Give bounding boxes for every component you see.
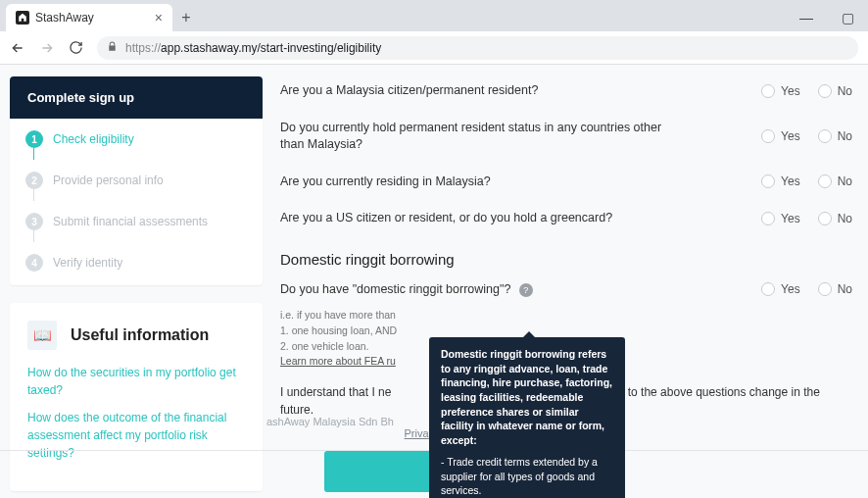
radio-yes[interactable]: Yes (761, 282, 800, 296)
progress-card: Complete sign up 1 Check eligibility 2 P… (10, 76, 263, 285)
reload-button[interactable] (69, 40, 83, 55)
question-text: Are you a US citizen or resident, or do … (280, 210, 612, 227)
url-text: https://app.stashaway.my/start-investing… (125, 41, 381, 55)
step-number: 4 (25, 254, 43, 272)
question-pr-other: Do you currently hold permanent resident… (280, 110, 852, 164)
question-residing: Are you currently residing in Malaysia? … (280, 164, 852, 201)
step-verify-identity[interactable]: 4 Verify identity (10, 242, 263, 272)
step-financial-assessments[interactable]: 3 Submit financial assessments (10, 201, 263, 230)
help-icon[interactable]: ? (519, 283, 533, 297)
back-button[interactable] (10, 40, 25, 56)
radio-no[interactable]: No (818, 174, 852, 188)
book-icon: 📖 (27, 321, 57, 350)
useful-info-card: 📖 Useful information How do the securiti… (10, 303, 263, 491)
radio-yes[interactable]: Yes (761, 129, 800, 143)
radio-no[interactable]: No (818, 282, 852, 296)
step-connector (33, 148, 34, 160)
step-label: Provide personal info (53, 174, 164, 187)
window-controls: — ▢ (786, 4, 868, 31)
forward-button[interactable] (39, 40, 55, 56)
radio-yes[interactable]: Yes (761, 84, 800, 98)
favicon-icon (16, 11, 29, 25)
step-check-eligibility[interactable]: 1 Check eligibility (10, 119, 263, 148)
step-connector (33, 230, 34, 242)
maximize-button[interactable]: ▢ (827, 4, 868, 31)
question-text: Are you currently residing in Malaysia? (280, 174, 491, 191)
step-number: 1 (25, 130, 43, 148)
tab-title: StashAway (35, 11, 94, 25)
radio-yes[interactable]: Yes (761, 174, 800, 188)
progress-header: Complete sign up (10, 76, 263, 119)
new-tab-button[interactable]: + (172, 4, 200, 31)
radio-no[interactable]: No (818, 129, 852, 143)
tab-bar: StashAway × + — ▢ (0, 0, 868, 31)
question-us-citizen: Are you a US citizen or resident, or do … (280, 200, 852, 237)
step-connector (33, 189, 34, 201)
learn-more-link[interactable]: Learn more about FEA ru (280, 355, 396, 367)
lock-icon (107, 41, 118, 55)
step-label: Submit financial assessments (53, 215, 208, 228)
browser-toolbar: https://app.stashaway.my/start-investing… (0, 31, 868, 65)
radio-no[interactable]: No (818, 84, 852, 98)
question-text: Are you a Malaysia citizen/permanent res… (280, 82, 538, 100)
page-content: Complete sign up 1 Check eligibility 2 P… (0, 65, 868, 498)
step-label: Check eligibility (53, 132, 134, 146)
question-text: Do you have "domestic ringgit borrowing"… (280, 281, 533, 299)
info-link-taxes[interactable]: How do the securities in my portfolio ge… (27, 364, 245, 399)
address-bar[interactable]: https://app.stashaway.my/start-investing… (97, 36, 858, 60)
tooltip-heading: Domestic ringgit borrowing refers to any… (441, 347, 613, 448)
help-tooltip: Domestic ringgit borrowing refers to any… (429, 337, 625, 498)
step-number: 3 (25, 213, 43, 230)
radio-yes[interactable]: Yes (761, 212, 800, 225)
close-tab-icon[interactable]: × (155, 10, 163, 25)
info-title: Useful information (71, 326, 209, 344)
tooltip-item: - Trade credit terms extended by a suppl… (441, 455, 613, 498)
step-label: Verify identity (53, 256, 122, 270)
minimize-button[interactable]: — (786, 4, 827, 31)
step-personal-info[interactable]: 2 Provide personal info (10, 160, 263, 189)
radio-no[interactable]: No (818, 212, 852, 225)
step-number: 2 (25, 172, 43, 189)
question-citizen: Are you a Malaysia citizen/permanent res… (280, 73, 852, 110)
section-title: Domestic ringgit borrowing (280, 251, 852, 268)
question-ringgit-borrowing: Do you have "domestic ringgit borrowing"… (280, 272, 852, 309)
question-text: Do you currently hold permanent resident… (280, 120, 672, 154)
browser-tab[interactable]: StashAway × (6, 4, 172, 31)
